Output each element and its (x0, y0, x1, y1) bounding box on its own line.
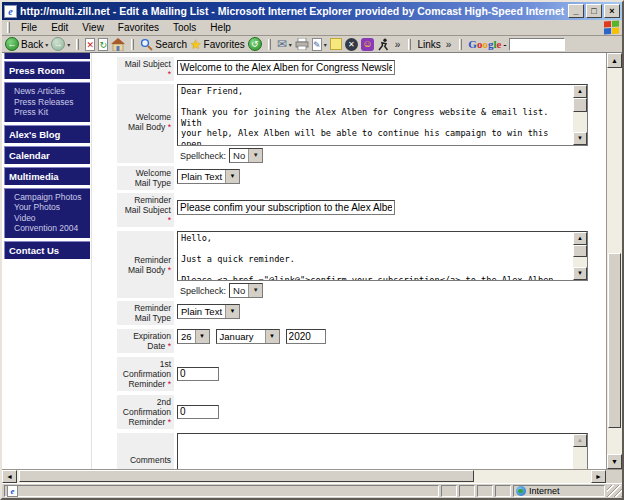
favorites-star-icon: ★ (190, 37, 202, 52)
messenger-block-icon[interactable]: ✕ (345, 38, 358, 51)
sidebar-item-campaign-photos[interactable]: Campaign Photos (14, 192, 88, 203)
sidebar-header-multimedia[interactable]: Multimedia (4, 167, 90, 185)
menu-edit[interactable]: Edit (45, 21, 74, 34)
scrollbar-thumb[interactable] (573, 245, 587, 257)
aim-button[interactable] (377, 38, 390, 51)
back-label: Back (21, 39, 43, 50)
back-dropdown-icon[interactable]: ▾ (45, 41, 48, 48)
menu-view[interactable]: View (76, 21, 110, 34)
forward-button[interactable]: → ▾ (51, 37, 70, 51)
title-bar: e http://multi.zill.net - Edit a Mailing… (2, 2, 622, 20)
toolbar-overflow-chevron[interactable]: » (393, 39, 403, 50)
first-confirmation-reminder-input[interactable] (177, 367, 219, 381)
windows-logo-icon (603, 20, 620, 35)
sidebar-item-news-articles[interactable]: News Articles (14, 86, 88, 97)
mail-button[interactable]: ✉ ▾ (277, 37, 292, 51)
scrollbar-thumb[interactable] (573, 98, 587, 112)
reminder-mail-type-select[interactable]: Plain Text▼ (177, 304, 240, 319)
minimize-button[interactable]: _ (568, 4, 584, 18)
back-button[interactable]: ← Back ▾ (5, 37, 48, 51)
links-chevron[interactable]: » (444, 39, 454, 50)
scroll-up-icon[interactable]: ▲ (607, 53, 622, 68)
scroll-left-icon[interactable]: ◄ (2, 470, 17, 483)
reminder-mail-type-label: Reminder Mail Type (117, 301, 174, 325)
links-label[interactable]: Links (417, 39, 440, 50)
menu-tools[interactable]: Tools (167, 21, 202, 34)
sidebar-item-press-kit[interactable]: Press Kit (14, 107, 88, 118)
google-search-input[interactable] (509, 38, 565, 51)
scroll-down-icon[interactable]: ▼ (573, 267, 587, 280)
edit-dropdown-icon[interactable]: ▾ (324, 41, 327, 48)
mail-dropdown-icon[interactable]: ▾ (289, 41, 292, 48)
comments-textarea[interactable]: ▲ ▼ (177, 433, 588, 469)
maximize-button[interactable]: □ (586, 4, 602, 18)
required-asterisk: * (119, 69, 171, 79)
scroll-down-icon[interactable]: ▼ (607, 454, 622, 469)
resize-grip[interactable] (607, 485, 622, 497)
yahoo-messenger-icon[interactable]: ☺ (361, 38, 374, 51)
welcome-mail-body-textarea[interactable]: Dear Friend, Thank you for joining the A… (177, 84, 588, 146)
comments-text (178, 434, 573, 469)
textarea-scrollbar[interactable]: ▲ ▼ (573, 232, 587, 280)
welcome-mail-body-text: Dear Friend, Thank you for joining the A… (178, 85, 573, 145)
mail-subject-input[interactable] (177, 60, 395, 75)
home-button[interactable] (111, 38, 125, 51)
reminder-mail-body-text: Hello, Just a quick reminder. Please <a … (178, 232, 573, 280)
scroll-down-icon[interactable]: ▼ (573, 132, 587, 145)
sidebar-header-calendar[interactable]: Calendar (4, 146, 90, 164)
stop-icon: ✕ (86, 39, 94, 50)
forward-dropdown-icon[interactable]: ▾ (67, 41, 70, 48)
refresh-icon: ↻ (99, 39, 107, 50)
select-arrow-icon: ▼ (248, 284, 262, 297)
search-icon (140, 38, 153, 51)
refresh-button[interactable]: ↻ (98, 38, 108, 51)
scroll-up-icon[interactable]: ▲ (573, 85, 587, 98)
sidebar-item-video[interactable]: Video (14, 213, 88, 224)
stop-button[interactable]: ✕ (85, 38, 95, 51)
sidebar-item-press-releases[interactable]: Press Releases (14, 97, 88, 108)
expiration-month-select[interactable]: January▼ (216, 329, 280, 344)
expiration-day-select[interactable]: 26▼ (177, 329, 210, 344)
sidebar-clipped-section (4, 53, 90, 59)
menu-favorites[interactable]: Favorites (112, 21, 165, 34)
scroll-right-icon[interactable]: ► (591, 470, 606, 483)
textarea-scrollbar[interactable]: ▲ ▼ (573, 85, 587, 145)
search-label: Search (155, 39, 187, 50)
vertical-scrollbar-thumb[interactable] (608, 253, 621, 428)
select-arrow-icon: ▼ (265, 330, 279, 343)
sidebar-header-alexs-blog[interactable]: Alex's Blog (4, 125, 90, 143)
textarea-scrollbar[interactable]: ▲ ▼ (573, 434, 587, 469)
toolbar-separator (76, 39, 79, 50)
status-pane (477, 485, 493, 497)
sidebar-item-convention-2004[interactable]: Convention 2004 (14, 223, 88, 234)
mail-subject-label: Mail Subject* (117, 57, 174, 81)
page-content: Press Room News Articles Press Releases … (2, 53, 606, 469)
spellcheck-select[interactable]: No▼ (229, 283, 263, 298)
horizontal-scrollbar-thumb[interactable] (19, 470, 474, 482)
menu-file[interactable]: File (15, 21, 43, 34)
expiration-year-input[interactable] (286, 329, 326, 344)
search-button[interactable]: Search (140, 38, 187, 51)
print-button[interactable] (295, 38, 309, 50)
sidebar-item-your-photos[interactable]: Your Photos (14, 202, 88, 213)
select-arrow-icon: ▼ (225, 305, 239, 318)
google-logo[interactable]: Google (468, 38, 501, 50)
scroll-up-icon[interactable]: ▲ (573, 232, 587, 245)
spellcheck-select[interactable]: No▼ (229, 148, 263, 163)
sidebar-header-press-room[interactable]: Press Room (4, 61, 90, 79)
favorites-button[interactable]: ★ Favorites (190, 37, 245, 52)
close-button[interactable]: × (604, 4, 620, 18)
sidebar-header-contact-us[interactable]: Contact Us (4, 241, 90, 259)
welcome-mail-type-select[interactable]: Plain Text▼ (177, 169, 240, 184)
horizontal-scrollbar[interactable]: ◄ ► (2, 469, 622, 483)
history-button[interactable]: ↺ (248, 37, 262, 51)
aim-running-man-icon (377, 38, 390, 51)
reminder-mail-subject-input[interactable] (177, 200, 395, 215)
forward-icon: → (51, 37, 65, 51)
discuss-note-icon[interactable] (330, 38, 342, 50)
vertical-scrollbar[interactable]: ▲ ▼ (606, 53, 622, 469)
menu-help[interactable]: Help (204, 21, 237, 34)
reminder-mail-body-textarea[interactable]: Hello, Just a quick reminder. Please <a … (177, 231, 588, 281)
edit-button[interactable]: ✎ ▾ (312, 38, 327, 51)
second-confirmation-reminder-input[interactable] (177, 405, 219, 419)
